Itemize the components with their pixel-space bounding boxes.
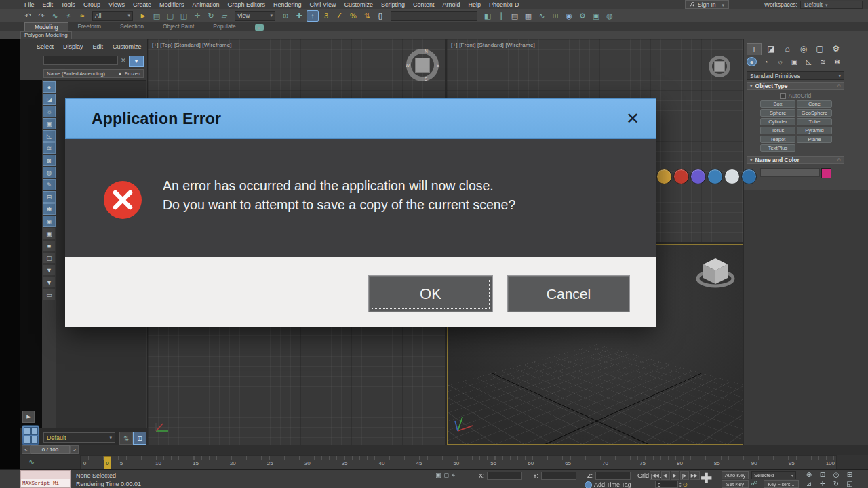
name-column-header[interactable]: Name (Sorted Ascending) (47, 70, 105, 77)
set-key-button[interactable]: Set Key (722, 480, 749, 488)
previous-frame-button[interactable]: ◀| (661, 471, 670, 480)
select-and-link-icon[interactable]: ∿ (49, 10, 61, 22)
key-character-icon[interactable]: ☍ (751, 480, 757, 487)
ok-button[interactable]: OK (368, 275, 493, 312)
use-pivot-point-center-icon[interactable]: ⊕ (279, 10, 292, 22)
spinner-arrows-icon[interactable]: ▲▼ (679, 481, 682, 488)
display-geometry-icon[interactable]: ● (43, 81, 56, 93)
mirror-icon[interactable]: ◧ (481, 10, 494, 22)
primitive-button[interactable]: GeoSphere (797, 109, 832, 117)
menu-item[interactable]: Content (413, 1, 435, 8)
go-to-start-button[interactable]: |◀◀ (650, 471, 660, 480)
ribbon-tab[interactable]: Populate (203, 22, 245, 31)
frame-spinner-value[interactable]: 0 (655, 481, 678, 488)
viewcube-compass[interactable]: N S W E (406, 49, 439, 81)
curve-editor-icon[interactable]: ∿ (536, 10, 548, 22)
menu-item[interactable]: Customize (344, 1, 373, 8)
display-lights-icon[interactable]: ☼ (43, 106, 56, 117)
tab-modify-icon[interactable]: ◪ (764, 43, 778, 54)
explorer-column-header[interactable]: Name (Sorted Ascending) ▲ Frozen (43, 69, 144, 78)
explorer-filter-button[interactable]: ▼ (129, 56, 144, 67)
viewcube[interactable] (694, 250, 737, 293)
menu-item[interactable]: Graph Editors (227, 1, 265, 8)
orbit-icon[interactable]: ↻ (831, 479, 841, 488)
menu-item[interactable]: Group (83, 1, 100, 8)
plugin-splash-icon[interactable] (741, 169, 757, 184)
select-and-scale-icon[interactable]: ▱ (218, 10, 231, 22)
display-minus-icon[interactable]: ⊟ (43, 191, 56, 203)
reference-coordinate-dropdown[interactable]: View (235, 11, 275, 21)
cat-helpers-icon[interactable]: ◺ (804, 57, 814, 66)
next-frame-button[interactable]: |▶ (680, 471, 689, 480)
primitive-button[interactable]: Cylinder (760, 118, 795, 125)
snaps-toggle-3d-icon[interactable]: 3 (320, 10, 332, 22)
menu-item[interactable]: Rendering (273, 1, 302, 8)
display-space-warps-icon[interactable]: ≋ (43, 142, 56, 154)
key-filters-button[interactable]: Key Filters... (764, 480, 799, 488)
primitive-button[interactable]: Teapot (760, 136, 795, 143)
keyboard-shortcut-override-icon[interactable]: ↑ (307, 10, 319, 22)
close-icon[interactable]: ✕ (626, 109, 639, 128)
zoom-extents-icon[interactable]: ◎ (831, 470, 841, 479)
cat-space-warps-icon[interactable]: ≋ (818, 57, 828, 66)
zoom-region-icon[interactable]: ⊿ (804, 479, 814, 488)
tab-display-icon[interactable]: ▢ (813, 43, 827, 54)
clear-search-icon[interactable]: ✕ (121, 57, 126, 64)
x-coordinate-field[interactable] (487, 472, 522, 480)
viewcube-top-face[interactable] (415, 58, 430, 73)
maximize-viewport-icon[interactable]: ◱ (845, 479, 854, 488)
tab-utilities-icon[interactable]: ⚙ (829, 43, 843, 54)
zoom-all-icon[interactable]: ⊡ (818, 470, 827, 479)
menu-item[interactable]: Help (468, 1, 481, 8)
angle-snap-icon[interactable]: ∠ (334, 10, 346, 22)
display-bones-icon[interactable]: ◍ (43, 167, 56, 178)
render-production-icon[interactable]: ◍ (604, 10, 616, 22)
polygon-modeling-label[interactable]: Polygon Modeling (20, 31, 72, 39)
y-coordinate-field[interactable] (541, 472, 576, 480)
workspace-value[interactable]: Default (800, 1, 863, 9)
select-and-rotate-icon[interactable]: ↻ (205, 10, 217, 22)
next-frame-nav[interactable]: > (70, 445, 79, 454)
pan-icon[interactable]: ✛ (818, 479, 827, 488)
isolate-selection-icon[interactable]: ▣ (435, 472, 441, 479)
select-and-move-icon[interactable]: ✛ (191, 10, 203, 22)
select-and-manipulate-icon[interactable]: ✚ (293, 10, 305, 22)
align-icon[interactable]: ∥ (495, 10, 507, 22)
track-curve-icon[interactable]: ∿ (28, 458, 35, 466)
display-hidden-icon[interactable]: ◉ (43, 216, 56, 227)
plugin-ocean-icon[interactable] (707, 169, 723, 184)
ribbon-overflow-icon[interactable] (255, 24, 264, 30)
spinner-snap-icon[interactable]: ⇅ (361, 10, 373, 22)
explorer-menu-item[interactable]: Display (63, 43, 83, 50)
viewcube-front-face[interactable] (714, 61, 725, 72)
menu-item[interactable]: Modifiers (159, 1, 184, 8)
autogrid-row[interactable]: AutoGrid (747, 92, 844, 99)
maxscript-pink-row[interactable] (20, 470, 71, 479)
explorer-menu-item[interactable]: Select (37, 43, 54, 50)
display-shapes-icon[interactable]: ◪ (43, 94, 56, 105)
mini-expand-button[interactable]: ▶ (22, 411, 35, 423)
unlink-selection-icon[interactable]: ≁ (62, 10, 75, 22)
menu-item[interactable]: PhoenixFD (489, 1, 519, 8)
toggle-ribbon-icon[interactable]: ▦ (522, 10, 534, 22)
open-mini-curve-icon[interactable]: ⊞ (133, 432, 146, 445)
sign-in-button[interactable]: Sign In (685, 0, 729, 9)
previous-frame-nav[interactable]: < (22, 445, 31, 454)
cat-shapes-icon[interactable]: ◔ (761, 57, 771, 66)
viewcube-compass-small[interactable] (709, 56, 730, 77)
play-button[interactable]: ▶ (671, 471, 679, 480)
named-selection-sets-dropdown[interactable] (391, 11, 477, 21)
select-by-name-icon[interactable]: ▤ (151, 10, 163, 22)
filter-stack-icon[interactable]: ⇅ (119, 432, 133, 445)
frozen-column-header[interactable]: Frozen (125, 70, 140, 77)
tab-create-icon[interactable]: + (747, 43, 762, 55)
object-color-swatch[interactable] (821, 168, 831, 178)
explorer-search-input[interactable] (43, 56, 118, 65)
selection-filter-dropdown[interactable]: All (92, 11, 133, 21)
cancel-button[interactable]: Cancel (507, 275, 630, 312)
animation-layout-dropdown[interactable]: Default (43, 432, 115, 443)
primitive-button[interactable]: Box (760, 100, 795, 108)
primitive-button[interactable]: Sphere (760, 109, 795, 117)
rectangular-selection-region-icon[interactable]: ▢ (164, 10, 176, 22)
percent-snap-icon[interactable]: % (347, 10, 359, 22)
